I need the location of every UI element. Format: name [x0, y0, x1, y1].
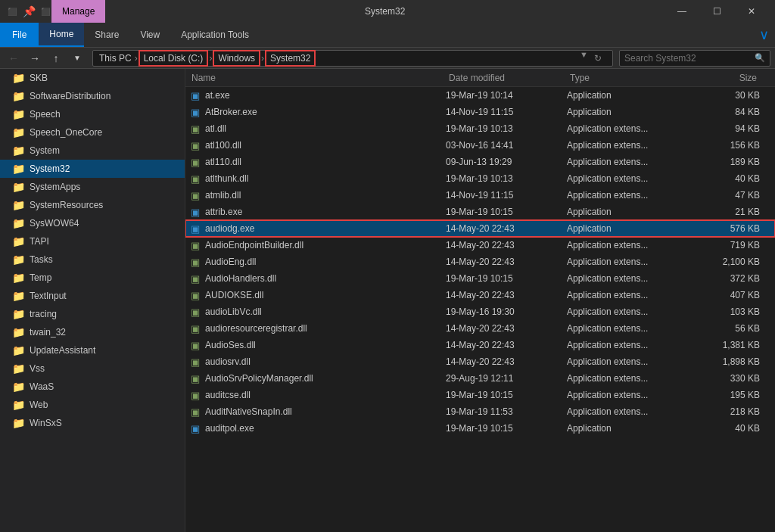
sidebar-label: System32 [30, 163, 70, 174]
address-bar[interactable]: This PC › Local Disk (C:) › Windows › Sy… [92, 50, 613, 67]
table-row[interactable]: ▣AudioEng.dll 14-May-20 22:43 Applicatio… [185, 254, 775, 270]
address-dropdown[interactable]: ▼ [580, 50, 588, 67]
table-row[interactable]: ▣auditcse.dll 19-Mar-19 10:15 Applicatio… [185, 387, 775, 403]
forward-button[interactable]: → [26, 50, 44, 67]
folder-icon: 📁 [12, 417, 25, 429]
folder-icon: 📁 [12, 163, 25, 175]
sidebar-item-skb[interactable]: 📁 SKB [0, 69, 185, 87]
sidebar-item-softwaredistribution[interactable]: 📁 SoftwareDistribution [0, 87, 185, 105]
table-row[interactable]: ▣AUDIOKSE.dll 14-May-20 22:43 Applicatio… [185, 287, 775, 303]
table-row[interactable]: ▣atl110.dll 09-Jun-13 19:29 Application … [185, 154, 775, 170]
sidebar-item-speech[interactable]: 📁 Speech [0, 105, 185, 123]
dll-icon: ▣ [188, 405, 202, 418]
search-input[interactable] [624, 53, 752, 64]
sidebar-item-system32[interactable]: 📁 System32 [0, 160, 185, 178]
exe-icon: ▣ [188, 105, 202, 119]
search-bar[interactable]: 🔍 [619, 50, 770, 67]
sidebar-label: WinSxS [30, 418, 62, 428]
table-row[interactable]: ▣AudioHandlers.dll 19-Mar-19 10:15 Appli… [185, 270, 775, 287]
close-button[interactable]: ✕ [734, 0, 769, 23]
tab-share[interactable]: Share [84, 23, 129, 47]
table-row[interactable]: ▣atlthunk.dll 19-Mar-19 10:13 Applicatio… [185, 170, 775, 187]
folder-icon: 📁 [12, 108, 25, 120]
folder-icon: 📁 [12, 272, 25, 284]
sidebar-label: Tasks [30, 254, 53, 265]
minimize-button[interactable]: — [665, 0, 699, 23]
table-row[interactable]: ▣AuditNativeSnapIn.dll 19-Mar-19 11:53 A… [185, 403, 775, 420]
sidebar-item-systemapps[interactable]: 📁 SystemApps [0, 178, 185, 196]
sidebar-label: Web [30, 400, 48, 410]
table-row[interactable]: ▣AtBroker.exe 14-Nov-19 11:15 Applicatio… [185, 104, 775, 120]
table-row[interactable]: ▣audioresourceregistrar.dll 14-May-20 22… [185, 320, 775, 337]
breadcrumb-system32[interactable]: System32 [267, 52, 313, 64]
dll-icon: ▣ [188, 338, 202, 352]
dll-icon: ▣ [188, 388, 202, 402]
col-header-date[interactable]: Date modified [446, 73, 567, 83]
tab-view[interactable]: View [129, 23, 170, 47]
table-row[interactable]: ▣AudioEndpointBuilder.dll 14-May-20 22:4… [185, 237, 775, 254]
folder-icon: 📁 [12, 326, 25, 338]
sidebar-item-temp[interactable]: 📁 Temp [0, 269, 185, 287]
sidebar-item-tracing[interactable]: 📁 tracing [0, 305, 185, 323]
table-row[interactable]: ▣AudioSrvPolicyManager.dll 29-Aug-19 12:… [185, 370, 775, 387]
sidebar-item-winsxs[interactable]: 📁 WinSxS [0, 414, 185, 432]
tab-file[interactable]: File [0, 23, 39, 47]
sidebar-item-textinput[interactable]: 📁 TextInput [0, 287, 185, 305]
tb-icon-3: ⬛ [39, 5, 51, 17]
maximize-button[interactable]: ☐ [699, 0, 734, 23]
table-row[interactable]: ▣auditpol.exe 19-Mar-19 10:15 Applicatio… [185, 420, 775, 437]
tab-home[interactable]: Home [39, 23, 84, 47]
folder-icon: 📁 [12, 217, 25, 229]
ribbon: File Home Share View Application Tools ∨ [0, 23, 775, 48]
sidebar-item-syswow64[interactable]: 📁 SysWOW64 [0, 214, 185, 232]
sidebar-item-systemresources[interactable]: 📁 SystemResources [0, 196, 185, 214]
main-area: 📁 SKB 📁 SoftwareDistribution 📁 Speech 📁 … [0, 69, 775, 532]
table-row[interactable]: ▣atl.dll 19-Mar-19 10:13 Application ext… [185, 120, 775, 137]
sidebar-label: TextInput [30, 291, 67, 301]
dll-icon: ▣ [188, 238, 202, 252]
exe-icon: ▣ [188, 89, 202, 102]
table-row[interactable]: ▣attrib.exe 19-Mar-19 10:15 Application … [185, 204, 775, 220]
ribbon-collapse[interactable]: ∨ [759, 26, 769, 43]
table-row[interactable]: ▣at.exe 19-Mar-19 10:14 Application 30 K… [185, 87, 775, 104]
table-row[interactable]: ▣atmlib.dll 14-Nov-19 11:15 Application … [185, 187, 775, 204]
sidebar-item-system[interactable]: 📁 System [0, 142, 185, 160]
recent-locations-button[interactable]: ▼ [68, 50, 86, 67]
sidebar-label: tracing [30, 309, 57, 319]
sidebar-item-tapi[interactable]: 📁 TAPI [0, 232, 185, 250]
table-row[interactable]: ▣AudioSes.dll 14-May-20 22:43 Applicatio… [185, 337, 775, 353]
up-button[interactable]: ↑ [47, 50, 65, 67]
table-row[interactable]: ▣audioLibVc.dll 19-May-16 19:30 Applicat… [185, 303, 775, 320]
window-title: System32 [105, 6, 665, 17]
breadcrumb-windows[interactable]: Windows [215, 52, 258, 64]
folder-icon: 📁 [12, 199, 25, 211]
manage-tab[interactable]: Manage [51, 0, 105, 23]
sidebar-label: UpdateAssistant [30, 345, 95, 356]
sidebar-item-updateassistant[interactable]: 📁 UpdateAssistant [0, 341, 185, 359]
folder-icon: 📁 [12, 90, 25, 102]
title-bar-icons: ⬛ 📌 ⬛ [6, 5, 51, 17]
back-button[interactable]: ← [5, 50, 23, 67]
folder-icon: 📁 [12, 72, 25, 84]
sidebar-item-waas[interactable]: 📁 WaaS [0, 378, 185, 396]
sidebar-item-web[interactable]: 📁 Web [0, 396, 185, 414]
sidebar-item-twain32[interactable]: 📁 twain_32 [0, 323, 185, 341]
sidebar-label: WaaS [30, 381, 54, 392]
exe-icon: ▣ [188, 222, 202, 235]
breadcrumb-local-disk[interactable]: Local Disk (C:) [141, 52, 207, 64]
table-row-selected[interactable]: ▣audiodg.exe 14-May-20 22:43 Application… [185, 220, 775, 237]
dll-icon: ▣ [188, 322, 202, 335]
col-header-size[interactable]: Size [699, 73, 760, 83]
refresh-button[interactable]: ↻ [590, 50, 606, 67]
table-row[interactable]: ▣audiosrv.dll 14-May-20 22:43 Applicatio… [185, 353, 775, 370]
sidebar-item-speech-onecore[interactable]: 📁 Speech_OneCore [0, 123, 185, 142]
sidebar-item-vss[interactable]: 📁 Vss [0, 359, 185, 378]
dll-icon: ▣ [188, 155, 202, 169]
breadcrumb: This PC › Local Disk (C:) › Windows › Sy… [99, 52, 313, 64]
sidebar-item-tasks[interactable]: 📁 Tasks [0, 250, 185, 269]
table-row[interactable]: ▣atl100.dll 03-Nov-16 14:41 Application … [185, 137, 775, 154]
col-header-name[interactable]: Name [188, 73, 446, 83]
breadcrumb-this-pc[interactable]: This PC [99, 53, 132, 64]
col-header-type[interactable]: Type [567, 73, 699, 83]
tab-application-tools[interactable]: Application Tools [170, 23, 260, 47]
